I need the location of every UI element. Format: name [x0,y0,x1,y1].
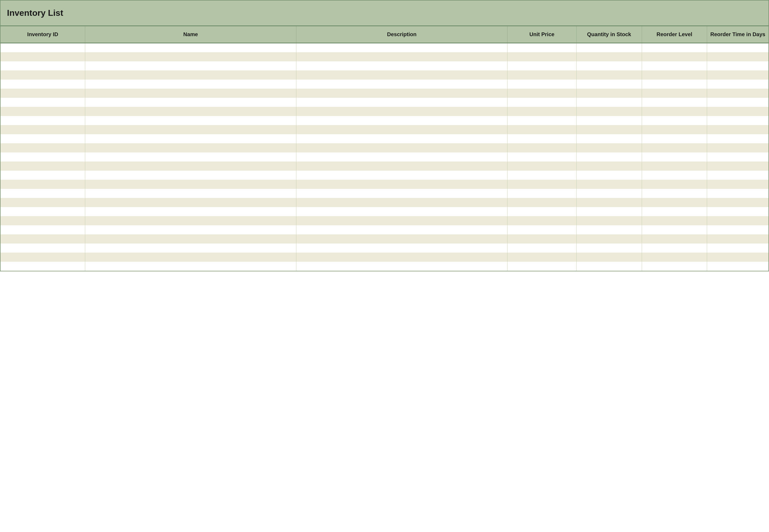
cell-unit-price[interactable] [507,234,577,243]
cell-reorder-time-in-days[interactable] [707,116,768,125]
cell-quantity-in-stock[interactable] [576,152,642,162]
cell-quantity-in-stock[interactable] [576,216,642,225]
cell-inventory-id[interactable] [1,162,85,171]
cell-inventory-id[interactable] [1,143,85,152]
cell-description[interactable] [296,243,507,253]
cell-reorder-level[interactable] [642,52,707,61]
cell-inventory-id[interactable] [1,61,85,70]
cell-inventory-id[interactable] [1,116,85,125]
cell-reorder-time-in-days[interactable] [707,198,768,207]
cell-description[interactable] [296,152,507,162]
cell-inventory-id[interactable] [1,180,85,189]
cell-description[interactable] [296,80,507,89]
cell-unit-price[interactable] [507,116,577,125]
cell-name[interactable] [85,162,296,171]
cell-description[interactable] [296,198,507,207]
cell-inventory-id[interactable] [1,98,85,107]
cell-unit-price[interactable] [507,43,577,52]
cell-unit-price[interactable] [507,189,577,198]
cell-quantity-in-stock[interactable] [576,80,642,89]
cell-reorder-level[interactable] [642,89,707,98]
cell-reorder-level[interactable] [642,61,707,70]
cell-reorder-time-in-days[interactable] [707,98,768,107]
cell-quantity-in-stock[interactable] [576,234,642,243]
cell-name[interactable] [85,125,296,134]
cell-name[interactable] [85,70,296,80]
cell-reorder-time-in-days[interactable] [707,125,768,134]
cell-unit-price[interactable] [507,243,577,253]
cell-description[interactable] [296,125,507,134]
cell-quantity-in-stock[interactable] [576,171,642,180]
cell-inventory-id[interactable] [1,52,85,61]
cell-unit-price[interactable] [507,171,577,180]
cell-name[interactable] [85,171,296,180]
cell-description[interactable] [296,189,507,198]
cell-reorder-level[interactable] [642,134,707,143]
cell-quantity-in-stock[interactable] [576,61,642,70]
cell-unit-price[interactable] [507,125,577,134]
cell-description[interactable] [296,116,507,125]
cell-unit-price[interactable] [507,162,577,171]
cell-quantity-in-stock[interactable] [576,89,642,98]
cell-description[interactable] [296,70,507,80]
cell-reorder-level[interactable] [642,162,707,171]
cell-reorder-level[interactable] [642,189,707,198]
cell-quantity-in-stock[interactable] [576,253,642,262]
cell-reorder-time-in-days[interactable] [707,225,768,234]
cell-unit-price[interactable] [507,89,577,98]
cell-reorder-level[interactable] [642,207,707,216]
cell-inventory-id[interactable] [1,262,85,271]
cell-inventory-id[interactable] [1,171,85,180]
cell-description[interactable] [296,61,507,70]
cell-quantity-in-stock[interactable] [576,180,642,189]
cell-description[interactable] [296,52,507,61]
cell-name[interactable] [85,107,296,116]
cell-reorder-level[interactable] [642,152,707,162]
cell-reorder-time-in-days[interactable] [707,107,768,116]
cell-reorder-level[interactable] [642,234,707,243]
cell-description[interactable] [296,43,507,52]
cell-unit-price[interactable] [507,253,577,262]
cell-name[interactable] [85,98,296,107]
cell-reorder-time-in-days[interactable] [707,171,768,180]
cell-reorder-level[interactable] [642,225,707,234]
cell-inventory-id[interactable] [1,253,85,262]
cell-reorder-time-in-days[interactable] [707,70,768,80]
cell-description[interactable] [296,134,507,143]
cell-name[interactable] [85,143,296,152]
cell-name[interactable] [85,116,296,125]
cell-inventory-id[interactable] [1,43,85,52]
cell-name[interactable] [85,152,296,162]
cell-reorder-time-in-days[interactable] [707,180,768,189]
cell-reorder-level[interactable] [642,107,707,116]
cell-reorder-level[interactable] [642,243,707,253]
cell-name[interactable] [85,89,296,98]
cell-unit-price[interactable] [507,152,577,162]
cell-description[interactable] [296,162,507,171]
cell-quantity-in-stock[interactable] [576,98,642,107]
cell-reorder-level[interactable] [642,216,707,225]
cell-quantity-in-stock[interactable] [576,198,642,207]
cell-inventory-id[interactable] [1,125,85,134]
cell-reorder-time-in-days[interactable] [707,207,768,216]
cell-reorder-level[interactable] [642,125,707,134]
cell-description[interactable] [296,234,507,243]
cell-inventory-id[interactable] [1,152,85,162]
cell-inventory-id[interactable] [1,80,85,89]
cell-name[interactable] [85,243,296,253]
cell-inventory-id[interactable] [1,134,85,143]
cell-reorder-time-in-days[interactable] [707,216,768,225]
cell-inventory-id[interactable] [1,216,85,225]
cell-unit-price[interactable] [507,52,577,61]
cell-quantity-in-stock[interactable] [576,116,642,125]
cell-unit-price[interactable] [507,61,577,70]
cell-name[interactable] [85,43,296,52]
cell-unit-price[interactable] [507,180,577,189]
cell-description[interactable] [296,262,507,271]
cell-quantity-in-stock[interactable] [576,70,642,80]
cell-name[interactable] [85,61,296,70]
cell-quantity-in-stock[interactable] [576,143,642,152]
cell-name[interactable] [85,207,296,216]
cell-description[interactable] [296,98,507,107]
cell-unit-price[interactable] [507,143,577,152]
